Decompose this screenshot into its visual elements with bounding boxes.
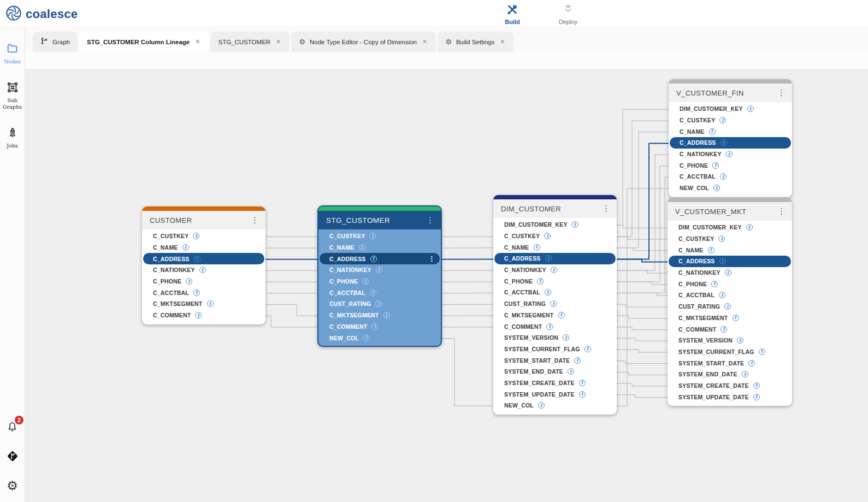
lineage-node[interactable]: STG_CUSTOMER ⋮ C_CUSTKEY t ⋮ C_NAME t ⋮ … [317,205,442,347]
column-name: C_NAME [153,244,178,251]
column-row[interactable]: C_ADDRESS t ⋮ [494,253,616,264]
column-row[interactable]: C_MKTSEGMENT t ⋮ [493,310,617,321]
column-row[interactable]: C_PHONE t ⋮ [668,278,792,290]
column-row[interactable]: C_NATIONKEY t ⋮ [669,149,792,160]
column-row[interactable]: NEW_COL t ⋮ [493,400,617,411]
build-nav-button[interactable]: Build [494,1,530,25]
column-name: SYSTEM_START_DATE [678,360,744,367]
column-row[interactable]: C_MKTSEGMENT t ⋮ [142,298,265,310]
close-icon[interactable]: ✕ [275,37,282,46]
column-row[interactable]: CUST_RATING t ⋮ [493,298,617,310]
column-row[interactable]: C_CUSTKEY t ⋮ [142,231,265,242]
column-row[interactable]: C_ACCTBAL t ⋮ [493,287,617,298]
column-row[interactable]: SYSTEM_START_DATE t ⋮ [668,357,792,369]
node-title: V_CUSTOMER_FIN [676,89,775,97]
kebab-menu-icon[interactable]: ⋮ [775,88,788,98]
transform-icon: t [579,380,586,386]
column-row[interactable]: SYSTEM_UPDATE_DATE t ⋮ [668,391,792,403]
column-row[interactable]: C_NAME t ⋮ [669,126,792,137]
column-row[interactable]: C_PHONE t ⋮ [318,276,441,287]
deploy-nav-button[interactable]: Deploy [550,1,586,25]
column-row[interactable]: C_CUSTKEY t ⋮ [669,115,792,126]
column-name: SYSTEM_END_DATE [504,368,563,375]
column-row[interactable]: C_ACCTBAL t ⋮ [142,287,265,298]
kebab-menu-icon[interactable]: ⋮ [428,255,440,263]
lineage-node[interactable]: CUSTOMER ⋮ C_CUSTKEY t ⋮ C_NAME t ⋮ C_AD… [142,206,265,324]
column-row[interactable]: C_NAME t ⋮ [493,241,617,253]
column-row[interactable]: C_NAME t ⋮ [318,242,441,253]
column-row[interactable]: C_NATIONKEY t ⋮ [142,264,265,276]
close-icon[interactable]: ✕ [421,37,428,46]
lineage-canvas[interactable]: CUSTOMER ⋮ C_CUSTKEY t ⋮ C_NAME t ⋮ C_AD… [25,69,868,502]
transform-icon: t [747,105,754,112]
column-row[interactable]: C_ADDRESS t ⋮ [670,137,791,149]
column-row[interactable]: DIM_CUSTOMER_KEY t ⋮ [668,222,792,233]
column-row[interactable]: C_CUSTKEY t ⋮ [493,231,617,242]
lineage-node[interactable]: DIM_CUSTOMER ⋮ DIM_CUSTOMER_KEY t ⋮ C_CU… [493,195,617,415]
column-row[interactable]: C_COMMENT t ⋮ [668,323,792,335]
kebab-menu-icon[interactable]: ⋮ [600,204,612,214]
git-button[interactable] [6,450,19,465]
column-row[interactable]: C_COMMENT t ⋮ [142,310,265,321]
column-row[interactable]: C_ADDRESS t ⋮ [669,256,791,267]
column-row[interactable]: C_ACCTBAL t ⋮ [669,171,792,182]
column-row[interactable]: SYSTEM_CREATE_DATE t ⋮ [668,380,792,392]
column-row[interactable]: C_NATIONKEY t ⋮ [318,264,441,276]
column-row[interactable]: C_MKTSEGMENT t ⋮ [668,312,792,324]
node-columns: C_CUSTKEY t ⋮ C_NAME t ⋮ C_ADDRESS t ⋮ C… [318,229,441,346]
column-row[interactable]: DIM_CUSTOMER_KEY t ⋮ [493,219,617,231]
transform-icon: t [207,300,214,307]
column-row[interactable]: C_MKTSEGMENT t ⋮ [318,310,441,321]
column-row[interactable]: C_ACCTBAL t ⋮ [668,290,792,301]
column-row[interactable]: C_PHONE t ⋮ [493,275,617,287]
sidebar-item-subgraphs[interactable]: Sub Graphs [0,81,25,110]
column-row[interactable]: C_ACCTBAL t ⋮ [318,287,441,298]
transform-icon: t [712,162,719,169]
column-row[interactable]: C_COMMENT t ⋮ [493,321,617,332]
transform-icon: t [538,402,545,409]
close-icon[interactable]: ✕ [194,37,201,46]
tab-stg-customer[interactable]: STG_CUSTOMER ✕ [210,32,290,52]
column-row[interactable]: C_CUSTKEY t ⋮ [668,233,792,245]
column-row[interactable]: SYSTEM_CREATE_DATE t ⋮ [493,377,617,389]
column-row[interactable]: C_NAME t ⋮ [668,244,792,256]
column-row[interactable]: C_PHONE t ⋮ [669,160,792,171]
close-icon[interactable]: ✕ [499,37,506,46]
column-row[interactable]: C_NAME t ⋮ [142,242,265,253]
column-row[interactable]: SYSTEM_CURRENT_FLAG t ⋮ [493,344,617,355]
column-row[interactable]: SYSTEM_END_DATE t ⋮ [668,369,792,380]
tab-stg-customer-column-lineage[interactable]: STG_CUSTOMER Column Lineage ✕ [79,32,209,52]
column-row[interactable]: SYSTEM_VERSION t ⋮ [668,335,792,346]
column-row[interactable]: NEW_COL t ⋮ [669,182,792,194]
column-row[interactable]: C_PHONE t ⋮ [142,276,265,287]
kebab-menu-icon[interactable]: ⋮ [424,215,436,225]
column-row[interactable]: C_ADDRESS t ⋮ [143,253,264,264]
column-row[interactable]: C_NATIONKEY t ⋮ [493,264,617,276]
lineage-node[interactable]: V_CUSTOMER_MKT ⋮ DIM_CUSTOMER_KEY t ⋮ C_… [668,198,792,406]
column-name: C_ACCTBAL [680,173,716,180]
lineage-node[interactable]: V_CUSTOMER_FIN ⋮ DIM_CUSTOMER_KEY t ⋮ C_… [669,79,792,197]
column-row[interactable]: C_ADDRESS t ⋮ [320,253,440,264]
column-row[interactable]: NEW_COL t ⋮ [318,332,441,344]
kebab-menu-icon[interactable]: ⋮ [775,206,788,216]
column-row[interactable]: SYSTEM_VERSION t ⋮ [493,332,617,344]
column-row[interactable]: CUST_RATING t ⋮ [318,298,441,310]
tab-build-settings[interactable]: ⚙ Build Settings ✕ [438,32,513,52]
notifications-button[interactable]: 2 [6,420,19,435]
column-row[interactable]: SYSTEM_START_DATE t ⋮ [493,355,617,366]
sidebar-item-nodes[interactable]: Nodes [0,43,25,65]
sidebar-item-jobs[interactable]: Jobs [0,127,25,149]
column-row[interactable]: CUST_RATING t ⋮ [668,301,792,312]
column-row[interactable]: SYSTEM_UPDATE_DATE t ⋮ [493,388,617,400]
column-row[interactable]: SYSTEM_CURRENT_FLAG t ⋮ [668,346,792,358]
tab-graph[interactable]: Graph [33,32,78,52]
column-row[interactable]: C_CUSTKEY t ⋮ [318,231,441,242]
column-row[interactable]: DIM_CUSTOMER_KEY t ⋮ [669,103,792,115]
settings-button[interactable]: ⚙ [7,480,18,492]
kebab-menu-icon[interactable]: ⋮ [249,215,261,225]
column-row[interactable]: SYSTEM_END_DATE t ⋮ [493,366,617,377]
column-row[interactable]: C_COMMENT t ⋮ [318,321,441,333]
transform-icon: t [719,292,725,298]
tab-node-type-editor[interactable]: ⚙ Node Type Editor - Copy of Dimension ✕ [291,32,436,52]
column-row[interactable]: C_NATIONKEY t ⋮ [668,267,792,279]
